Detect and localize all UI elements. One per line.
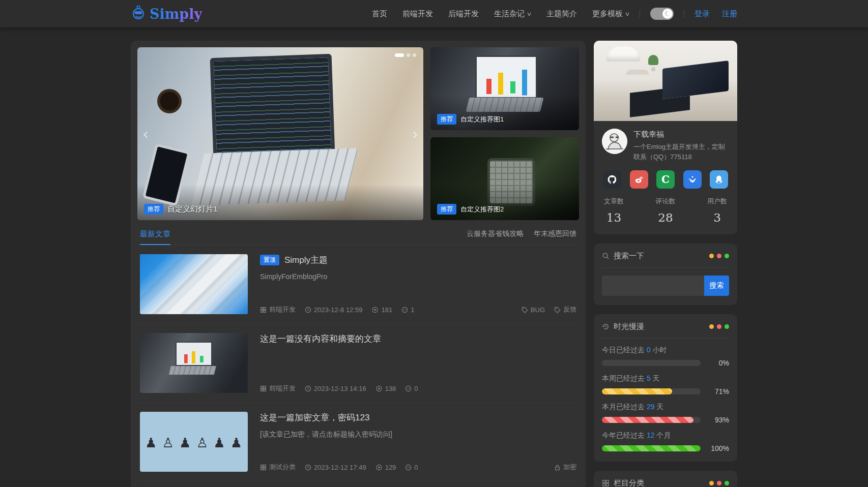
eye-icon bbox=[371, 307, 379, 313]
stat-value: 3 bbox=[707, 211, 727, 224]
coolapk-icon[interactable]: C bbox=[656, 170, 675, 189]
register-link[interactable]: 注册 bbox=[722, 9, 737, 19]
stat-value: 28 bbox=[656, 211, 676, 224]
carousel-dot-active[interactable] bbox=[395, 53, 404, 57]
time-row-year: 今年已经过去 12 个月 100% bbox=[602, 431, 729, 452]
widget-title: 栏目分类 bbox=[614, 478, 644, 487]
login-link[interactable]: 登录 bbox=[695, 9, 710, 19]
progress-fill bbox=[602, 388, 672, 394]
comment-icon bbox=[405, 385, 412, 392]
progress-percent: 71% bbox=[706, 387, 729, 395]
slide-title[interactable]: 自定义幻灯片1 bbox=[167, 204, 217, 214]
chevron-down-icon: ∨ bbox=[624, 11, 630, 17]
recommended-title[interactable]: 自定义推荐图2 bbox=[460, 205, 504, 214]
post-comments[interactable]: 1 bbox=[401, 306, 414, 314]
post-views: 138 bbox=[375, 385, 396, 392]
post-title[interactable]: 这是一篇没有内容和摘要的文章 bbox=[260, 333, 381, 345]
dot-green bbox=[725, 254, 729, 258]
carousel-next-arrow[interactable]: › bbox=[412, 125, 418, 143]
comment-icon bbox=[405, 464, 412, 471]
post-row: 视频文章 bbox=[137, 481, 579, 487]
carousel-dot[interactable] bbox=[413, 53, 416, 57]
progress-percent: 0% bbox=[706, 359, 729, 367]
pixel-characters-image bbox=[140, 412, 248, 472]
navbar: Simply 首页 前端开发 后端开发 生活杂记∨ 主题简介 更多模板∨ ☾ 登… bbox=[0, 0, 868, 27]
clock-icon bbox=[305, 385, 311, 392]
stat-value: 13 bbox=[604, 211, 624, 224]
category-grid-icon bbox=[260, 385, 267, 392]
profile-name[interactable]: 下载幸福 bbox=[633, 130, 729, 139]
post-date: 2023-12-12 17:49 bbox=[305, 464, 366, 471]
recommended-card-2[interactable]: 推荐 自定义推荐图2 bbox=[430, 137, 579, 220]
nav-divider bbox=[640, 10, 640, 18]
site-logo[interactable]: Simply bbox=[131, 5, 202, 22]
search-button[interactable]: 搜索 bbox=[704, 276, 729, 296]
post-category[interactable]: 前端开发 bbox=[260, 305, 296, 314]
nav-item-backend[interactable]: 后端开发 bbox=[448, 9, 479, 19]
post-thumbnail[interactable] bbox=[140, 254, 248, 314]
carousel-indicators[interactable] bbox=[395, 53, 416, 57]
carousel-dot[interactable] bbox=[407, 53, 410, 57]
logo-text: Simply bbox=[150, 6, 202, 22]
post-comments[interactable]: 0 bbox=[405, 464, 418, 471]
recommend-badge: 推荐 bbox=[144, 204, 163, 215]
search-input[interactable] bbox=[602, 276, 704, 296]
progress-track bbox=[602, 417, 701, 423]
time-row-week: 本周已经过去 5 天 71% bbox=[602, 374, 729, 395]
post-title[interactable]: Simply主题 bbox=[284, 254, 328, 266]
nav-item-home[interactable]: 首页 bbox=[372, 9, 387, 19]
progress-fill bbox=[602, 417, 693, 423]
dark-mode-toggle[interactable]: ☾ bbox=[650, 8, 674, 20]
nav-item-more-templates[interactable]: 更多模板∨ bbox=[592, 9, 629, 19]
grid-icon bbox=[602, 479, 610, 487]
promo-link-cloud[interactable]: 云服务器省钱攻略 bbox=[467, 229, 524, 238]
time-widget: 时光慢漫 今日已经过去 0 小时 0% 本周已经过去 5 天 71% bbox=[594, 314, 737, 462]
post-row: 这是一篇加密文章，密码123 [该文章已加密，请点击标题输入密码访问] 测试分类… bbox=[137, 403, 579, 481]
chevron-down-icon: ∨ bbox=[526, 11, 532, 17]
github-icon[interactable] bbox=[603, 170, 621, 189]
dot-red bbox=[717, 254, 721, 258]
post-category[interactable]: 前端开发 bbox=[260, 384, 296, 393]
post-thumbnail[interactable] bbox=[140, 412, 248, 472]
time-row-month: 本月已经过去 29 天 93% bbox=[602, 403, 729, 424]
post-thumbnail[interactable] bbox=[140, 333, 248, 393]
progress-percent: 93% bbox=[706, 416, 729, 424]
sidebar: 下载幸福 一个Emlog主题开发博主，定制联系（QQ）775118 C bbox=[594, 41, 737, 487]
stat-label: 评论数 bbox=[656, 197, 676, 206]
progress-fill bbox=[602, 445, 701, 451]
nav-item-frontend[interactable]: 前端开发 bbox=[402, 9, 433, 19]
avatar[interactable] bbox=[602, 129, 627, 154]
stat-label: 文章数 bbox=[604, 197, 624, 206]
dot-red bbox=[717, 324, 721, 329]
categories-widget: 栏目分类 前端开发 7 后端开发 1 bbox=[594, 471, 737, 487]
qq-icon[interactable] bbox=[710, 170, 728, 189]
post-row: 这是一篇没有内容和摘要的文章 前端开发 2023-12-13 14:16 bbox=[137, 324, 579, 403]
progress-percent: 100% bbox=[706, 444, 729, 452]
coffee-cup-decor bbox=[157, 89, 182, 113]
recommended-title[interactable]: 自定义推荐图1 bbox=[460, 115, 504, 124]
post-comments[interactable]: 0 bbox=[405, 385, 418, 392]
post-views: 129 bbox=[375, 464, 396, 471]
carousel-prev-arrow[interactable]: ‹ bbox=[142, 125, 149, 143]
promo-link-thanks[interactable]: 年末感恩回馈 bbox=[534, 229, 576, 238]
desk-photo bbox=[594, 41, 737, 121]
juejin-icon[interactable] bbox=[683, 170, 702, 189]
post-category[interactable]: 测试分类 bbox=[260, 463, 296, 472]
post-tag-bug[interactable]: BUG bbox=[522, 306, 545, 314]
nav-item-theme-intro[interactable]: 主题简介 bbox=[546, 9, 577, 19]
post-tag-feedback[interactable]: 反馈 bbox=[554, 305, 576, 314]
hero-section: ‹ › 推荐 自定义幻灯片1 推荐 自定义推 bbox=[137, 47, 579, 220]
clock-icon bbox=[305, 464, 311, 471]
weibo-icon[interactable] bbox=[630, 170, 648, 189]
post-title[interactable]: 这是一篇加密文章，密码123 bbox=[260, 412, 369, 423]
nav-item-life[interactable]: 生活杂记∨ bbox=[494, 9, 531, 19]
social-links: C bbox=[603, 170, 728, 189]
main-content-card: ‹ › 推荐 自定义幻灯片1 推荐 自定义推 bbox=[131, 41, 586, 487]
carousel-slide[interactable]: ‹ › 推荐 自定义幻灯片1 bbox=[137, 47, 423, 220]
logo-mascot-icon bbox=[131, 5, 146, 22]
widget-title: 时光慢漫 bbox=[614, 322, 644, 331]
search-icon bbox=[602, 252, 610, 260]
tab-latest-articles[interactable]: 最新文章 bbox=[140, 229, 170, 245]
eye-icon bbox=[375, 385, 383, 392]
recommended-card-1[interactable]: 推荐 自定义推荐图1 bbox=[430, 47, 579, 130]
